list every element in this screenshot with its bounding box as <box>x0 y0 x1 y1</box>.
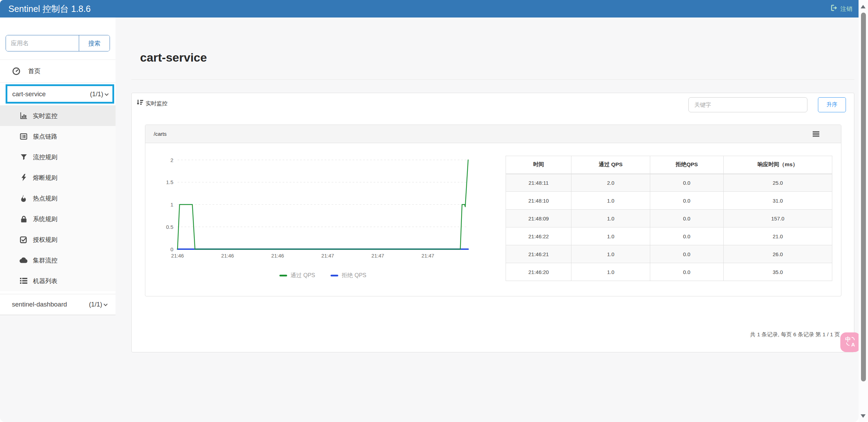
app-name: cart-service <box>12 90 46 98</box>
sidebar-item-cluster-link[interactable]: 簇点链路 <box>0 126 116 147</box>
svg-text:A: A <box>851 342 855 347</box>
table-cell: 21:48:10 <box>506 192 571 210</box>
table-cell: 1.0 <box>571 192 650 210</box>
sidebar-item-home[interactable]: 首页 <box>0 60 116 83</box>
table-cell: 0.0 <box>650 227 723 245</box>
translate-button[interactable]: 中A <box>840 332 860 352</box>
sidebar-item-label: 系统规则 <box>33 215 57 223</box>
cluster-flow-icon <box>20 257 28 263</box>
chart-legend: 通过 QPS拒绝 QPS <box>178 272 468 279</box>
realtime-monitor-icon <box>20 112 28 119</box>
sidebar-item-degrade-rule[interactable]: 熔断规则 <box>0 167 116 188</box>
sidebar-search-row: 搜索 <box>0 17 116 60</box>
legend-item[interactable]: 拒绝 QPS <box>331 272 366 279</box>
legend-item[interactable]: 通过 QPS <box>279 272 315 279</box>
scrollbar-thumb[interactable] <box>861 13 866 381</box>
sign-out-icon <box>831 5 838 13</box>
sidebar: 搜索 首页 cart-service (1/1) 实时监控簇点链路流控规则熔断规… <box>0 17 116 315</box>
table-cell: 1.0 <box>571 227 650 245</box>
table-row: 21:46:201.00.035.0 <box>506 263 832 281</box>
table-header-cell: 时间 <box>506 156 571 174</box>
sidebar-item-flow-rule[interactable]: 流控规则 <box>0 147 116 167</box>
legend-dash-icon <box>279 275 287 276</box>
table-header-cell: 响应时间（ms） <box>723 156 832 174</box>
resource-panel: /carts 00.511.5221:4621:4621:4621:4721:4… <box>145 125 841 296</box>
main-content: cart-service 实时监控 升序 /carts 00.511.5221:… <box>116 17 859 422</box>
svg-text:0: 0 <box>171 246 173 252</box>
svg-text:1.5: 1.5 <box>166 179 173 185</box>
app-brand: Sentinel 控制台 1.8.6 <box>8 3 91 15</box>
sidebar-item-label: 热点规则 <box>33 194 57 203</box>
authority-rule-icon <box>20 236 28 243</box>
metrics-table: 时间通过 QPS拒绝QPS响应时间（ms） 21:48:112.00.025.0… <box>506 156 832 281</box>
chart-menu-icon[interactable] <box>813 131 819 138</box>
app-search-input[interactable] <box>6 35 79 51</box>
logout-label: 注销 <box>840 5 852 13</box>
table-cell: 21:46:22 <box>506 227 571 245</box>
table-cell: 0.0 <box>650 210 723 227</box>
table-header-row: 时间通过 QPS拒绝QPS响应时间（ms） <box>506 156 832 174</box>
table-cell: 31.0 <box>723 192 832 210</box>
pagination-summary: 共 1 条记录, 每页 6 条记录 第 1 / 1 页 <box>750 331 840 338</box>
table-cell: 0.0 <box>650 263 723 281</box>
top-navbar: Sentinel 控制台 1.8.6 注销 <box>0 0 859 17</box>
degrade-rule-icon <box>20 174 28 181</box>
sidebar-app-cart-service[interactable]: cart-service (1/1) <box>6 84 114 104</box>
table-cell: 35.0 <box>723 263 832 281</box>
table-header-cell: 通过 QPS <box>571 156 650 174</box>
sidebar-submenu: 实时监控簇点链路流控规则熔断规则热点规则系统规则授权规则集群流控机器列表 <box>0 105 116 291</box>
svg-text:21:47: 21:47 <box>321 253 334 259</box>
cluster-link-icon <box>20 133 28 140</box>
sidebar-item-hotspot-rule[interactable]: 热点规则 <box>0 188 116 209</box>
sidebar-item-label: 实时监控 <box>33 112 57 120</box>
resource-panel-body: 00.511.5221:4621:4621:4621:4721:4721:47 … <box>145 143 841 296</box>
sidebar-item-authority-rule[interactable]: 授权规则 <box>0 229 116 250</box>
table-cell: 2.0 <box>571 174 650 192</box>
table-cell: 0.0 <box>650 245 723 263</box>
svg-text:中: 中 <box>845 336 851 342</box>
realtime-monitor-card: 实时监控 升序 /carts 00.511.5221:4621:4621:462… <box>131 93 854 352</box>
table-cell: 1.0 <box>571 210 650 227</box>
svg-text:21:47: 21:47 <box>422 253 434 259</box>
sidebar-app-sentinel-dashboard[interactable]: sentinel-dashboard (1/1) <box>0 294 116 315</box>
sidebar-item-label: 集群流控 <box>33 256 57 265</box>
table-cell: 157.0 <box>723 210 832 227</box>
table-cell: 21:46:21 <box>506 245 571 263</box>
keyword-input[interactable] <box>688 97 807 112</box>
app-window: Sentinel 控制台 1.8.6 注销 搜索 首页 cart-service <box>0 0 868 422</box>
resource-panel-header: /carts <box>145 125 841 143</box>
table-row: 21:48:112.00.025.0 <box>506 174 832 192</box>
sidebar-item-system-rule[interactable]: 系统规则 <box>0 209 116 229</box>
scrollbar-up-arrow[interactable] <box>861 5 866 8</box>
metrics-table-head: 时间通过 QPS拒绝QPS响应时间（ms） <box>506 156 832 174</box>
table-cell: 21:46:20 <box>506 263 571 281</box>
table-header-cell: 拒绝QPS <box>650 156 723 174</box>
browser-scrollbar <box>859 0 868 422</box>
machine-list-icon <box>20 277 28 284</box>
system-rule-icon <box>20 216 28 223</box>
table-row: 21:46:221.00.021.0 <box>506 227 832 245</box>
page-background: 搜索 首页 cart-service (1/1) 实时监控簇点链路流控规则熔断规… <box>0 17 859 422</box>
app-search-button[interactable]: 搜索 <box>79 35 110 51</box>
logout-button[interactable]: 注销 <box>831 5 852 13</box>
monitor-panel-title: 实时监控 <box>146 100 167 107</box>
translate-icon: 中A <box>844 335 857 349</box>
table-row: 21:48:101.00.031.0 <box>506 192 832 210</box>
table-cell: 21:48:11 <box>506 174 571 192</box>
sidebar-item-label: 熔断规则 <box>33 174 57 182</box>
app-machine-count: (1/1) <box>90 90 103 98</box>
sidebar-item-machine-list[interactable]: 机器列表 <box>0 270 116 291</box>
sidebar-item-realtime-monitor[interactable]: 实时监控 <box>0 105 116 126</box>
sidebar-item-label: 流控规则 <box>33 153 57 161</box>
chevron-down-icon <box>103 301 108 308</box>
app-machine-count: (1/1) <box>89 301 102 308</box>
sidebar-item-cluster-flow[interactable]: 集群流控 <box>0 250 116 270</box>
legend-label: 通过 QPS <box>291 272 315 279</box>
sort-asc-button[interactable]: 升序 <box>818 97 846 112</box>
sidebar-item-label: 簇点链路 <box>33 132 57 141</box>
svg-text:1: 1 <box>171 202 173 208</box>
flow-rule-icon <box>20 154 28 161</box>
app-search-group: 搜索 <box>6 35 110 51</box>
scrollbar-down-arrow[interactable] <box>861 414 866 418</box>
resource-title: /carts <box>154 125 167 143</box>
